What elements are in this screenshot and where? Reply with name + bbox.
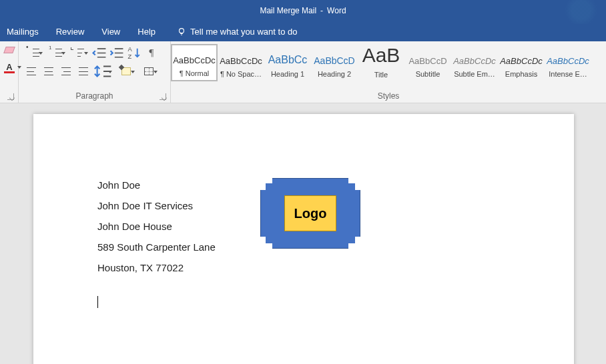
style-tile--normal[interactable]: AaBbCcDc¶ Normal xyxy=(171,44,218,81)
show-hide-pilcrow-button[interactable]: ¶ xyxy=(144,45,159,60)
style-tile-intense-e-[interactable]: AaBbCcDcIntense E… xyxy=(545,44,591,81)
style-name: ¶ Normal xyxy=(180,69,209,77)
svg-text:A: A xyxy=(128,45,133,53)
align-right-button[interactable] xyxy=(59,64,73,79)
dialog-launcher-icon[interactable] xyxy=(160,93,166,100)
tab-help[interactable]: Help xyxy=(137,27,156,37)
chevron-down-icon xyxy=(39,52,43,55)
style-sample: AaBbCcDc xyxy=(500,49,543,66)
style-tile-title[interactable]: AaBTitle xyxy=(358,44,404,81)
font-color-A: A xyxy=(6,62,12,72)
ribbon: A xyxy=(0,41,606,103)
document-page[interactable]: John DoeJohn Doe IT ServicesJohn Doe Hou… xyxy=(33,114,574,364)
tab-mailings[interactable]: Mailings xyxy=(7,27,39,37)
style-sample: AaBbCc xyxy=(268,49,308,66)
align-justify-button[interactable] xyxy=(76,64,91,79)
chevron-down-icon xyxy=(61,52,65,55)
decrease-indent-button[interactable] xyxy=(92,45,107,60)
styles-gallery: AaBbCcDc¶ NormalAaBbCcDc¶ No Spac…AaBbCc… xyxy=(171,41,606,90)
lightbulb-icon xyxy=(177,27,186,36)
account-icon[interactable] xyxy=(563,0,599,24)
chevron-down-icon xyxy=(154,71,158,73)
group-label-styles: Styles xyxy=(378,91,400,101)
style-sample: AaBbCcD xyxy=(408,49,446,66)
style-sample: AaBbCcDc xyxy=(173,49,216,65)
logo-textbox[interactable]: Logo xyxy=(284,195,336,231)
chevron-down-icon xyxy=(84,52,88,55)
style-name: Intense E… xyxy=(549,70,587,78)
style-tile-emphasis[interactable]: AaBbCcDcEmphasis xyxy=(498,44,545,81)
increase-indent-button[interactable] xyxy=(109,45,124,60)
style-name: ¶ No Spac… xyxy=(220,70,262,78)
style-sample: AaBbCcDc xyxy=(547,49,589,66)
style-name: Emphasis xyxy=(505,70,537,78)
style-name: Heading 2 xyxy=(318,70,351,78)
chevron-down-icon xyxy=(131,71,135,73)
group-label-paragraph: Paragraph xyxy=(75,91,113,101)
address-line[interactable]: Houston, TX 77022 xyxy=(97,261,534,275)
style-tile-subtle-em-[interactable]: AaBbCcDcSubtle Em… xyxy=(451,44,498,81)
svg-text:Z: Z xyxy=(128,53,132,60)
title-sep: - xyxy=(320,6,323,15)
style-tile--no-spac-[interactable]: AaBbCcDc¶ No Spac… xyxy=(218,44,264,81)
style-tile-heading-1[interactable]: AaBbCcHeading 1 xyxy=(264,44,311,81)
tab-view[interactable]: View xyxy=(101,27,120,37)
multilevel-list-button[interactable] xyxy=(69,45,89,60)
logo-text: Logo xyxy=(294,206,327,221)
logo-shape[interactable]: Logo xyxy=(260,178,360,249)
tell-me-search[interactable]: Tell me what you want to do xyxy=(177,27,297,37)
sort-button[interactable]: AZ xyxy=(127,45,141,60)
clear-formatting-icon[interactable] xyxy=(3,45,15,55)
style-tile-subtitle[interactable]: AaBbCcDSubtitle xyxy=(404,44,451,81)
dialog-launcher-icon[interactable] xyxy=(7,93,14,100)
titlebar: Mail Merge Mail - Word xyxy=(0,0,606,21)
align-center-button[interactable] xyxy=(41,64,56,79)
style-sample: AaBbCcD xyxy=(314,49,354,66)
tab-review[interactable]: Review xyxy=(56,27,85,37)
title-doc: Mail Merge Mail xyxy=(260,6,316,15)
style-sample: AaBbCcDc xyxy=(453,49,496,66)
style-name: Heading 1 xyxy=(271,70,304,78)
align-left-button[interactable] xyxy=(24,64,39,79)
bullets-button[interactable] xyxy=(24,45,44,60)
style-name: Subtle Em… xyxy=(454,70,495,78)
style-name: Subtitle xyxy=(416,70,440,78)
svg-point-0 xyxy=(180,29,184,33)
shading-button[interactable] xyxy=(116,64,136,79)
style-name: Title xyxy=(374,71,388,79)
font-color-button[interactable]: A xyxy=(4,63,15,73)
borders-button[interactable] xyxy=(139,64,159,79)
tell-me-label: Tell me what you want to do xyxy=(190,27,297,37)
workspace[interactable]: John DoeJohn Doe IT ServicesJohn Doe Hou… xyxy=(0,103,606,364)
line-spacing-button[interactable] xyxy=(93,64,113,79)
style-sample: AaBbCcDc xyxy=(220,49,262,66)
plaque-shape: Logo xyxy=(260,178,360,249)
style-sample: AaB xyxy=(362,48,400,67)
style-tile-heading-2[interactable]: AaBbCcDHeading 2 xyxy=(311,44,358,81)
title-app: Word xyxy=(327,6,346,15)
chevron-down-icon xyxy=(108,71,112,73)
numbering-button[interactable] xyxy=(47,45,67,60)
text-cursor xyxy=(97,296,98,308)
menubar: Mailings Review View Help Tell me what y… xyxy=(0,21,606,41)
